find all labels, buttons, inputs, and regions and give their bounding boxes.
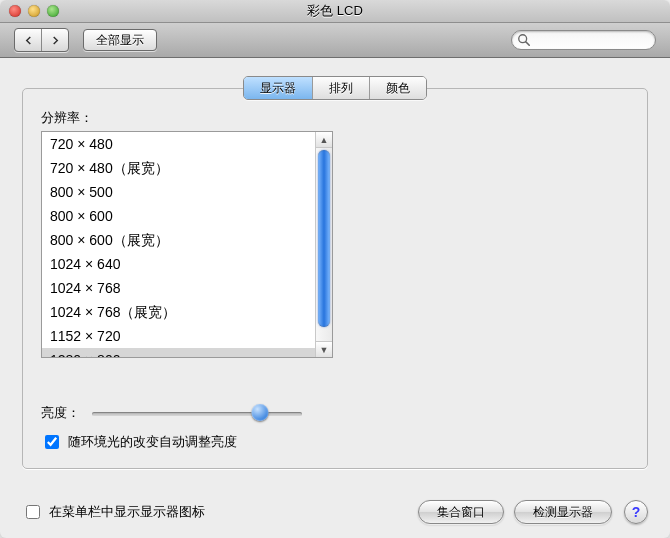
back-button[interactable]: [15, 29, 41, 51]
window-controls: [9, 5, 59, 17]
display-panel: 分辨率： 720 × 480720 × 480（展宽）800 × 500800 …: [22, 88, 648, 469]
toolbar: 全部显示: [0, 23, 670, 58]
minimize-window-button[interactable]: [28, 5, 40, 17]
menubar-icon-checkbox[interactable]: [26, 505, 40, 519]
preferences-window: 彩色 LCD 全部显示 显示器排列颜色 分辨率：: [0, 0, 670, 538]
resolution-option[interactable]: 800 × 600: [42, 204, 315, 228]
tab-1[interactable]: 排列: [312, 77, 369, 99]
content-area: 显示器排列颜色 分辨率： 720 × 480720 × 480（展宽）800 ×…: [0, 58, 670, 490]
chevron-left-icon: [24, 36, 33, 45]
resolution-option[interactable]: 720 × 480（展宽）: [42, 156, 315, 180]
search-input[interactable]: [511, 30, 656, 50]
list-scrollbar[interactable]: ▲ ▼: [315, 132, 332, 357]
chevron-right-icon: [51, 36, 60, 45]
menubar-icon-label: 在菜单栏中显示显示器图标: [49, 503, 205, 521]
slider-track: [92, 412, 302, 416]
bottom-bar: 在菜单栏中显示显示器图标 集合窗口 检测显示器 ?: [0, 490, 670, 538]
resolution-option[interactable]: 720 × 480: [42, 132, 315, 156]
show-all-label: 全部显示: [96, 32, 144, 49]
scroll-down-arrow-icon[interactable]: ▼: [316, 341, 332, 357]
scroll-thumb[interactable]: [318, 150, 330, 327]
resolution-label: 分辨率：: [41, 109, 629, 127]
auto-brightness-checkbox[interactable]: [45, 435, 59, 449]
tab-2[interactable]: 颜色: [369, 77, 426, 99]
resolution-option[interactable]: 1024 × 768: [42, 276, 315, 300]
brightness-slider[interactable]: [92, 405, 302, 421]
resolution-option[interactable]: 1024 × 640: [42, 252, 315, 276]
slider-knob[interactable]: [252, 404, 269, 421]
menubar-icon-row[interactable]: 在菜单栏中显示显示器图标: [22, 502, 205, 522]
close-window-button[interactable]: [9, 5, 21, 17]
window-title: 彩色 LCD: [0, 2, 670, 20]
search-field-wrap: [511, 30, 656, 50]
titlebar: 彩色 LCD: [0, 0, 670, 23]
brightness-label: 亮度：: [41, 404, 80, 422]
resolution-option[interactable]: 1152 × 720: [42, 324, 315, 348]
show-all-button[interactable]: 全部显示: [83, 29, 157, 51]
scroll-track[interactable]: [316, 148, 332, 341]
nav-back-forward: [14, 28, 69, 52]
svg-line-1: [526, 42, 530, 46]
auto-brightness-row[interactable]: 随环境光的改变自动调整亮度: [41, 432, 629, 452]
resolution-option[interactable]: 1280 × 800: [42, 348, 315, 357]
resolution-option[interactable]: 1024 × 768（展宽）: [42, 300, 315, 324]
detect-displays-button[interactable]: 检测显示器: [514, 500, 612, 524]
help-button[interactable]: ?: [624, 500, 648, 524]
resolution-listbox[interactable]: 720 × 480720 × 480（展宽）800 × 500800 × 600…: [41, 131, 333, 358]
gather-windows-button[interactable]: 集合窗口: [418, 500, 504, 524]
scroll-up-arrow-icon[interactable]: ▲: [316, 132, 332, 148]
tabs: 显示器排列颜色: [243, 76, 427, 100]
search-icon: [517, 33, 531, 47]
zoom-window-button[interactable]: [47, 5, 59, 17]
auto-brightness-label: 随环境光的改变自动调整亮度: [68, 433, 237, 451]
forward-button[interactable]: [41, 29, 68, 51]
tab-0[interactable]: 显示器: [244, 77, 312, 99]
resolution-option[interactable]: 800 × 500: [42, 180, 315, 204]
resolution-option[interactable]: 800 × 600（展宽）: [42, 228, 315, 252]
